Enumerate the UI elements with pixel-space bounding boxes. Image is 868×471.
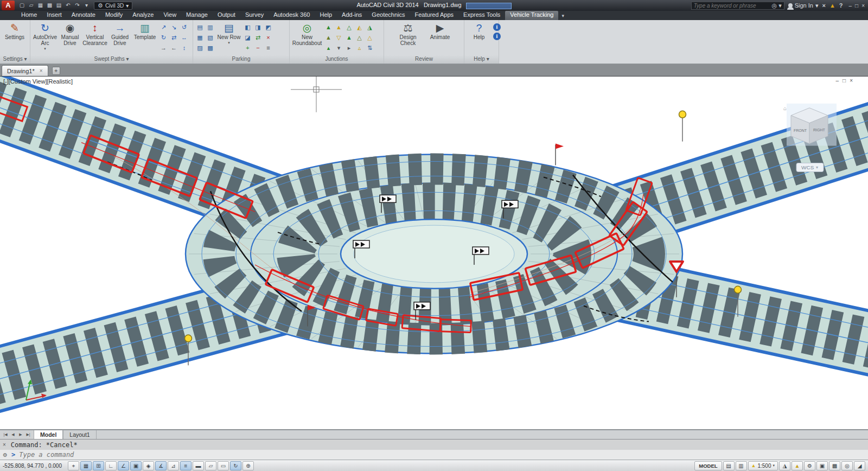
ribbon-tab-featured-apps[interactable]: Featured Apps [410, 11, 459, 20]
ribbon-tab-analyze[interactable]: Analyze [127, 11, 158, 20]
manual-drive-button[interactable]: ◉Manual Drive [58, 21, 82, 50]
window-restore-button[interactable]: □ [855, 3, 858, 9]
save-icon[interactable]: ▦ [36, 1, 45, 10]
ribbon-tab-home[interactable]: Home [16, 11, 42, 20]
tab-layout1[interactable]: Layout1 [63, 430, 96, 439]
window-close-button[interactable]: × [861, 3, 865, 9]
redo-icon[interactable]: ↷ [73, 1, 82, 10]
parking-standards-icon[interactable]: ▤ [195, 23, 205, 32]
row-check-icon[interactable]: ⇄ [253, 33, 263, 42]
last-layout-icon[interactable]: ▶| [24, 431, 32, 438]
panel-label-junctions[interactable]: Junctions [290, 55, 384, 63]
merge-lane-icon[interactable]: ▲ [324, 33, 333, 42]
next-layout-icon[interactable]: ▶ [17, 431, 24, 438]
ribbon-tab-geotechnics[interactable]: Geotechnics [367, 11, 410, 20]
exchange-apps-icon[interactable]: × [822, 2, 825, 9]
design-check-button[interactable]: ⚖Design Check [393, 21, 423, 47]
bay-add-icon[interactable]: + [243, 43, 252, 53]
isolate-objects-icon[interactable]: ◎ [841, 461, 853, 470]
signal-icon[interactable]: △ [355, 33, 364, 42]
parking-edit-icon[interactable]: ▧ [206, 33, 215, 42]
toolbar-lock-icon[interactable]: ▣ [816, 461, 828, 470]
file-tab-close-icon[interactable]: × [40, 68, 43, 74]
row-delete-icon[interactable]: × [264, 33, 273, 42]
vertical-path-icon[interactable]: ↕ [180, 43, 189, 53]
save-as-icon[interactable]: ▩ [45, 1, 54, 10]
template-button[interactable]: ▥Template [132, 21, 157, 50]
new-drawing-button[interactable]: + [52, 67, 60, 75]
row-align-icon[interactable]: ◩ [264, 23, 273, 32]
new-roundabout-button[interactable]: ◎New Roundabout [292, 21, 322, 47]
vertical-clearance-button[interactable]: ↕Vertical Clearance [82, 21, 107, 50]
quick-properties-icon[interactable]: ▭ [218, 461, 229, 470]
snap-mode-icon[interactable]: ▦ [80, 461, 92, 470]
row-offset-icon[interactable]: ◪ [243, 33, 252, 42]
crossroads-icon[interactable]: △ [344, 23, 354, 32]
t-junction-icon[interactable]: ▲ [324, 23, 333, 32]
qat-dropdown-icon[interactable]: ▾ [82, 1, 91, 10]
path-forward-icon[interactable]: ↗ [159, 23, 168, 32]
settings-button[interactable]: ✎Settings [2, 21, 27, 41]
ribbon-tab-autodesk-360[interactable]: Autodesk 360 [269, 11, 315, 20]
diverge-lane-icon[interactable]: ▽ [334, 33, 343, 42]
animate-button[interactable]: ▶Animate [425, 21, 455, 41]
ribbon-tab-add-ins[interactable]: Add-ins [337, 11, 367, 20]
help-button[interactable]: ?Help [467, 21, 492, 41]
drive-forward-icon[interactable]: → [159, 43, 168, 53]
parking-join-icon[interactable]: ▩ [206, 43, 215, 53]
ribbon-tab-manage[interactable]: Manage [181, 11, 213, 20]
workspace-switcher[interactable]: ⚙ Civil 3D ▾ [94, 2, 132, 10]
bay-remove-icon[interactable]: − [253, 43, 263, 53]
arc-left-icon[interactable]: ↺ [180, 23, 189, 32]
swap-flow-icon[interactable]: ⇅ [365, 43, 374, 53]
viewport-minimize-button[interactable]: – [836, 78, 839, 84]
new-row-button[interactable]: ▤New Row▾ [216, 21, 241, 44]
ribbon-tab-view[interactable]: View [158, 11, 181, 20]
ribbon-tab-express-tools[interactable]: Express Tools [458, 11, 505, 20]
viewcube[interactable]: FRONT RIGHT ⌂ [783, 104, 837, 146]
panel-label-swept-paths[interactable]: Swept Paths ▾ [30, 55, 193, 63]
ortho-mode-icon[interactable]: ∟ [105, 461, 117, 470]
parking-island-icon[interactable]: ▦ [195, 33, 205, 42]
path-reverse-icon[interactable]: ↘ [169, 23, 178, 32]
parking-bay-icon[interactable]: ▥ [206, 23, 215, 32]
dynamic-input-icon[interactable]: ≡ [180, 461, 192, 470]
new-file-icon[interactable]: ▢ [17, 1, 27, 10]
ribbon-tab-modify[interactable]: Modify [100, 11, 127, 20]
osnap-3d-icon[interactable]: ◈ [143, 461, 154, 470]
ribbon-minimize-button[interactable]: ▾ [561, 13, 564, 18]
plot-icon[interactable]: ▤ [54, 1, 63, 10]
grid-display-icon[interactable]: ⊞ [93, 461, 104, 470]
infer-constraints-icon[interactable]: ⌖ [68, 461, 79, 470]
ribbon-tab-survey[interactable]: Survey [240, 11, 269, 20]
staggered-junction-icon[interactable]: ◭ [355, 23, 364, 32]
command-close-icon[interactable]: × [3, 442, 6, 448]
row-mirror-icon[interactable]: ◨ [253, 23, 263, 32]
panel-label-review[interactable]: Review [384, 55, 464, 63]
application-menu-button[interactable]: A [2, 1, 15, 10]
quick-view-layouts-icon[interactable]: ▤ [723, 461, 735, 470]
two-way-path-icon[interactable]: ⇄ [169, 33, 178, 42]
command-input[interactable] [19, 451, 868, 459]
hardware-accel-icon[interactable]: ▩ [829, 461, 840, 470]
panel-label-settings[interactable]: Settings ▾ [0, 55, 30, 63]
parking-split-icon[interactable]: ▨ [195, 43, 205, 53]
ribbon-tab-annotate[interactable]: Annotate [67, 11, 100, 20]
lane-gain-icon[interactable]: △ [365, 33, 374, 42]
annotation-scale-button[interactable]: ▲ 1:500 ▾ [748, 461, 778, 470]
selection-cycling-icon[interactable]: ↻ [230, 461, 241, 470]
open-file-icon[interactable]: ▱ [27, 1, 36, 10]
bay-report-icon[interactable]: ≡ [264, 43, 273, 53]
roundabout-arm-icon[interactable]: ◮ [365, 23, 374, 32]
infocenter-help-icon[interactable]: ? [839, 2, 843, 9]
guided-drive-button[interactable]: →Guided Drive [107, 21, 132, 50]
ribbon-tab-vehicle-tracking[interactable]: Vehicle Tracking [505, 11, 558, 20]
workspace-switch-icon[interactable]: ⚙ [804, 461, 815, 470]
search-icon[interactable]: ◎ [772, 2, 777, 9]
drive-back-icon[interactable]: ← [169, 43, 178, 53]
viewport-restore-button[interactable]: □ [843, 78, 846, 84]
file-tab-drawing1[interactable]: Drawing1* × [2, 65, 48, 76]
annotation-autoscale-icon[interactable]: ▲ [792, 461, 803, 470]
flow-arrow-icon[interactable]: ▸ [344, 43, 354, 53]
viewport-close-button[interactable]: × [850, 78, 853, 84]
